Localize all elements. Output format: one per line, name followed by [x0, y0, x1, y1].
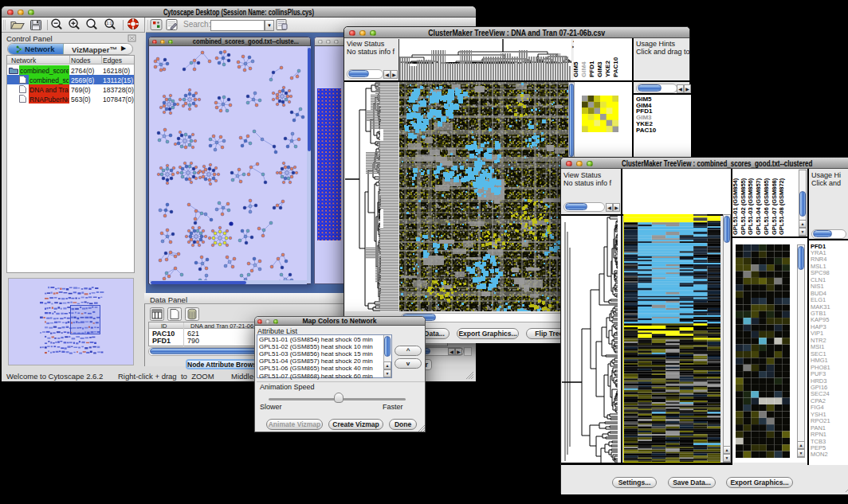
svg-text:1:1: 1:1: [106, 21, 112, 25]
